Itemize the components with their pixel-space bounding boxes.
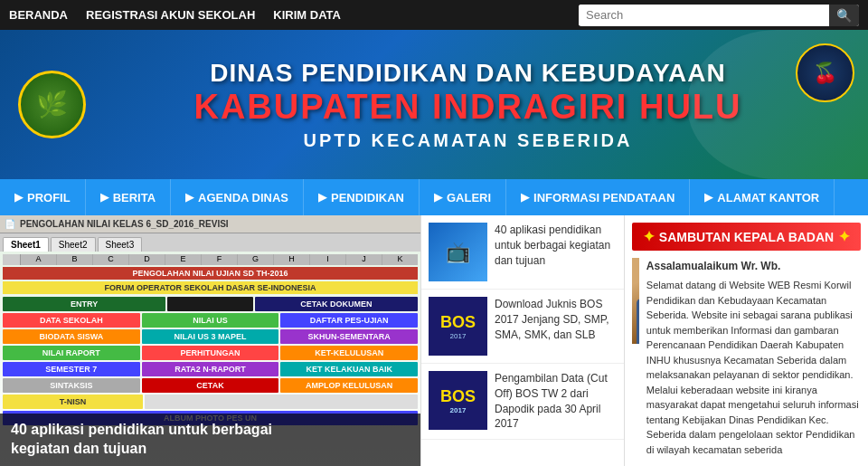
article-thumb-2: BOS 2017 — [429, 297, 487, 356]
ss-header-row: ENTRY CETAK DOKUMEN — [3, 297, 418, 311]
search-box: 🔍 — [579, 5, 859, 26]
bos-thumb-1: BOS 2017 — [429, 297, 487, 356]
person-silhouette — [632, 267, 639, 344]
informasi-icon: ▶ — [521, 191, 529, 204]
galeri-icon: ▶ — [434, 191, 442, 204]
banner: 🌿 DINAS PENDIDIKAN DAN KEBUDAYAAN KABUPA… — [0, 30, 868, 179]
article-item-2[interactable]: BOS 2017 Download Juknis BOS 2017 Jenjan… — [421, 290, 624, 364]
article-text-2: Download Juknis BOS 2017 Jenjang SD, SMP… — [495, 297, 617, 356]
main-content: 📄 PENGOLAHAN NILAI KELAS 6_SD_2016_REVIS… — [0, 215, 868, 466]
ss-row-4: SEMESTER 7 RATA2 N-RAPORT KET KELAKUAN B… — [3, 362, 418, 376]
nav-informasi[interactable]: ▶INFORMASI PENDATAAN — [506, 179, 690, 215]
article-text-3: Pengambilan Data (Cut Off) BOS TW 2 dari… — [495, 371, 617, 432]
nav-berita[interactable]: ▶BERITA — [86, 179, 171, 215]
main-navigation: ▶PROFIL ▶BERITA ▶AGENDA DINAS ▶PENDIDIKA… — [0, 179, 868, 215]
ss-row-5: SINTAKSIS CETAK AMPLOP KELULUSAN — [3, 378, 418, 393]
nav-agenda[interactable]: ▶AGENDA DINAS — [171, 179, 304, 215]
spreadsheet-tab-2[interactable]: Sheet2 — [51, 237, 96, 252]
middle-panel: 📺 40 aplikasi pendidikan untuk berbagai … — [420, 215, 624, 466]
spreadsheet-tab-3[interactable]: Sheet3 — [98, 237, 143, 252]
search-button[interactable]: 🔍 — [829, 5, 859, 26]
nav-pendidikan[interactable]: ▶PENDIDIKAN — [304, 179, 420, 215]
ss-row-3: NILAI RAPORT PERHITUNGAN KET-KELULUSAN — [3, 346, 418, 360]
article-item-1[interactable]: 📺 40 aplikasi pendidikan untuk berbagai … — [421, 215, 624, 290]
left-overlay: 40 aplikasi pendidikan untuk berbagai ke… — [0, 414, 420, 466]
logo-left: 🌿 — [18, 71, 86, 138]
nav-beranda[interactable]: BERANDA — [9, 8, 68, 22]
article-thumb-3: BOS 2017 — [429, 371, 487, 430]
article-thumb-1: 📺 — [429, 223, 487, 281]
spreadsheet-header: 📄 PENGOLAHAN NILAI KELAS 6_SD_2016_REVIS… — [0, 215, 420, 233]
ss-row-1: DATA SEKOLAH NILAI US DAFTAR PES-UJIAN — [3, 313, 418, 328]
left-panel: 📄 PENGOLAHAN NILAI KELAS 6_SD_2016_REVIS… — [0, 215, 420, 466]
apps-thumb: 📺 — [429, 223, 487, 281]
profil-icon: ▶ — [14, 191, 23, 204]
star-right-icon: ✦ — [838, 228, 850, 245]
nav-registrasi[interactable]: REGISTRASI AKUN SEKOLAH — [86, 8, 255, 22]
top-navigation: BERANDA REGISTRASI AKUN SEKOLAH KIRIM DA… — [9, 8, 341, 22]
alamat-icon: ▶ — [704, 191, 712, 204]
berita-icon: ▶ — [100, 191, 108, 204]
top-bar: BERANDA REGISTRASI AKUN SEKOLAH KIRIM DA… — [0, 0, 868, 30]
person-body — [637, 299, 639, 344]
nav-alamat[interactable]: ▶ALAMAT KANTOR — [690, 179, 835, 215]
sambutan-header: ✦ SAMBUTAN KEPALA BADAN ✦ — [632, 223, 861, 251]
article-text-1: 40 aplikasi pendidikan untuk berbagai ke… — [495, 223, 617, 281]
agenda-icon: ▶ — [185, 191, 193, 204]
sambutan-body: Assalamualaikum Wr. Wb. Selamat datang d… — [632, 258, 861, 457]
ss-row-2: BIODATA SISWA NILAI US 3 MAPEL SKHUN-SEM… — [3, 329, 418, 344]
article-item-3[interactable]: BOS 2017 Pengambilan Data (Cut Off) BOS … — [421, 364, 624, 440]
spreadsheet-tab-active[interactable]: Sheet1 — [3, 237, 49, 252]
pendidikan-icon: ▶ — [318, 191, 326, 204]
sambutan-text-block: Assalamualaikum Wr. Wb. Selamat datang d… — [646, 258, 861, 457]
search-input[interactable] — [579, 5, 829, 25]
ss-row-6: T-NISN — [3, 395, 418, 409]
kepala-photo — [632, 258, 639, 344]
star-left-icon: ✦ — [643, 228, 655, 245]
spreadsheet-tabs: Sheet1 Sheet2 Sheet3 — [0, 233, 420, 252]
nav-profil[interactable]: ▶PROFIL — [0, 179, 86, 215]
nav-galeri[interactable]: ▶GALERI — [420, 179, 506, 215]
spreadsheet-title: PENGOLAHAN NILAI KELAS 6_SD_2016_REVISI — [20, 219, 229, 229]
sambutan-greeting: Assalamualaikum Wr. Wb. — [646, 258, 861, 274]
nav-kirim-data[interactable]: KIRIM DATA — [273, 8, 341, 22]
sambutan-paragraph: Selamat datang di Website WEB Resmi Korw… — [646, 278, 861, 457]
logo-right: 🍒 — [796, 43, 854, 102]
bos-thumb-2: BOS 2017 — [429, 371, 487, 430]
right-panel: ✦ SAMBUTAN KEPALA BADAN ✦ Assalamualaiku… — [624, 215, 868, 466]
